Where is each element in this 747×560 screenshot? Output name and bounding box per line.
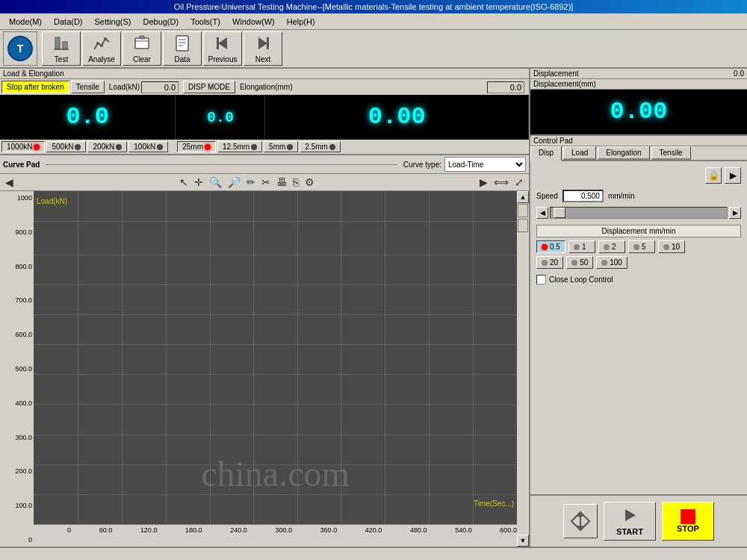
curve-type-label: Curve type: bbox=[403, 161, 441, 169]
chart-canvas-area[interactable]: Load(kN) Time(Sec...) china.com bbox=[34, 191, 517, 524]
speed-preset-1-button[interactable]: 1 bbox=[568, 240, 595, 253]
range-5mm-button[interactable]: 5mm bbox=[264, 141, 298, 152]
menu-mode[interactable]: Mode(M) bbox=[3, 16, 48, 27]
menu-tools[interactable]: Tools(T) bbox=[185, 16, 226, 27]
svg-rect-8 bbox=[135, 38, 149, 49]
menu-window[interactable]: Window(W) bbox=[226, 16, 281, 27]
range-2mm-button[interactable]: 2.5mm bbox=[300, 141, 341, 152]
slider-left-button[interactable]: ◀ bbox=[536, 207, 548, 219]
speed-5-led bbox=[633, 244, 639, 250]
chart-right-scrollbar[interactable]: ▲ ▼ bbox=[517, 191, 529, 547]
range-12mm-button[interactable]: 12.5mm bbox=[217, 141, 262, 152]
slider-right-button[interactable]: ▶ bbox=[729, 207, 741, 219]
svg-marker-23 bbox=[625, 509, 636, 521]
range-12mm-label: 12.5mm bbox=[223, 143, 249, 151]
scroll-right-button[interactable]: ▶ bbox=[477, 175, 490, 189]
settings-tool-button[interactable]: ⚙ bbox=[303, 175, 317, 189]
svg-point-5 bbox=[96, 42, 99, 45]
speed-100-led bbox=[601, 260, 607, 266]
right-panel: Displacement 0.0 Displacement(mm) 0.00 C… bbox=[530, 69, 747, 547]
scissors-tool-button[interactable]: ✂ bbox=[259, 175, 273, 189]
menu-help[interactable]: Help(H) bbox=[281, 16, 321, 27]
speed-preset-50-button[interactable]: 50 bbox=[566, 256, 593, 269]
load-section: Load & Elongation Stop after broken Tens… bbox=[0, 69, 529, 155]
zoom-out-button[interactable]: 🔎 bbox=[226, 175, 243, 189]
load-controls: Stop after broken Tensile Load(kN) 0.0 D… bbox=[0, 79, 529, 95]
toolbar-test-button[interactable]: Test bbox=[42, 31, 81, 66]
tab-load[interactable]: Load bbox=[563, 146, 596, 160]
curve-toolbar: ◀ ↖ ✛ 🔍 🔎 ✏ ✂ 🖶 ⎘ ⚙ ▶ ⟺ ⤢ bbox=[0, 174, 529, 191]
toolbar-previous-button[interactable]: Previous bbox=[203, 31, 242, 66]
svg-text:T: T bbox=[17, 43, 24, 55]
speed-preset-0.5-button[interactable]: 0.5 bbox=[536, 240, 565, 253]
zoom-fit-width-button[interactable]: ⟺ bbox=[492, 175, 511, 189]
range-200kn-button[interactable]: 200kN bbox=[87, 141, 127, 152]
chart-y-label: Load(kN) bbox=[37, 197, 67, 205]
crosshair-tool-button[interactable]: ✛ bbox=[192, 175, 205, 189]
scroll-thumb-top[interactable] bbox=[518, 204, 528, 217]
close-loop-checkbox[interactable] bbox=[536, 275, 546, 284]
speed-row: Speed mm/min bbox=[536, 190, 741, 202]
chart-y-axis: 1000 900.0 800.0 700.0 600.0 500.0 400.0… bbox=[0, 191, 34, 547]
main-content: Load & Elongation Stop after broken Tens… bbox=[0, 69, 747, 547]
print-button[interactable]: 🖶 bbox=[274, 175, 289, 189]
speed-1-led bbox=[574, 244, 580, 250]
range-1000kn-button[interactable]: 1000kN bbox=[1, 141, 45, 152]
range-25mm-button[interactable]: 25mm bbox=[177, 141, 216, 152]
tensile-button[interactable]: Tensile bbox=[71, 81, 105, 93]
tab-tensile[interactable]: Tensile bbox=[651, 146, 691, 160]
displacement-digital-display: 0.00 bbox=[530, 90, 747, 134]
speed-preset-2-button[interactable]: 2 bbox=[598, 240, 625, 253]
digital-displays: 0.0 Maximum 0.0 0.00 bbox=[0, 95, 529, 140]
speed-input[interactable] bbox=[562, 190, 604, 202]
grid-v-3 bbox=[166, 191, 167, 524]
lock-button[interactable]: 🔒 bbox=[705, 167, 722, 184]
zoom-in-button[interactable]: 🔍 bbox=[207, 175, 224, 189]
stop-after-broken-button[interactable]: Stop after broken bbox=[1, 81, 69, 93]
scroll-up-button[interactable]: ▲ bbox=[517, 191, 529, 203]
copy-button[interactable]: ⎘ bbox=[291, 175, 301, 189]
tab-disp[interactable]: Disp bbox=[530, 146, 562, 161]
speed-preset-100-button[interactable]: 100 bbox=[596, 256, 627, 269]
load-section-header: Load & Elongation bbox=[0, 69, 529, 79]
tab-elongation[interactable]: Elongation bbox=[598, 146, 649, 160]
speed-preset-5-button[interactable]: 5 bbox=[628, 240, 655, 253]
menu-debug[interactable]: Debug(D) bbox=[137, 16, 185, 27]
load-value-display: 0.0 bbox=[141, 81, 179, 93]
toolbar-data-button[interactable]: Data bbox=[163, 31, 202, 66]
svg-point-6 bbox=[100, 44, 103, 47]
disp-mode-button[interactable]: DISP MODE bbox=[183, 81, 235, 93]
range-12mm-led bbox=[251, 144, 257, 150]
range-500kn-button[interactable]: 500kN bbox=[46, 141, 86, 152]
curve-type-select[interactable]: Load-Time Load-Displacement Stress-Strai… bbox=[444, 157, 526, 172]
stop-button[interactable]: STOP bbox=[662, 502, 714, 541]
grid-h-8 bbox=[34, 435, 517, 435]
cursor-tool-button[interactable]: ↖ bbox=[177, 175, 190, 189]
range-100kn-button[interactable]: 100kN bbox=[128, 141, 168, 152]
toolbar-clear-button[interactable]: Clear bbox=[123, 31, 161, 66]
start-button[interactable]: START bbox=[604, 502, 656, 541]
scroll-left-button[interactable]: ◀ bbox=[3, 175, 16, 189]
menu-data[interactable]: Data(D) bbox=[48, 16, 89, 27]
unlock-button[interactable]: ▶ bbox=[725, 167, 741, 184]
grid-v-10 bbox=[473, 191, 474, 524]
control-pad-header: Control Pad bbox=[530, 136, 747, 146]
speed-preset-20-button[interactable]: 20 bbox=[536, 256, 563, 269]
toolbar-next-button[interactable]: Next bbox=[244, 31, 282, 66]
scroll-down-button[interactable]: ▼ bbox=[517, 535, 529, 547]
speed-slider-thumb[interactable] bbox=[554, 208, 565, 218]
range-1000kn-label: 1000kN bbox=[7, 143, 32, 151]
toolbar-analyse-button[interactable]: Analyse bbox=[82, 31, 121, 66]
disp-mm-min-label: Displacement mm/min bbox=[536, 225, 741, 237]
pencil-tool-button[interactable]: ✏ bbox=[244, 175, 258, 189]
range-buttons: 1000kN 500kN 200kN 100kN 25mm bbox=[0, 140, 529, 154]
menu-setting[interactable]: Setting(S) bbox=[89, 16, 137, 27]
grid-v-5 bbox=[253, 191, 254, 524]
direction-button[interactable] bbox=[563, 504, 598, 538]
svg-marker-15 bbox=[218, 37, 227, 49]
svg-rect-16 bbox=[217, 37, 219, 49]
speed-preset-10-button[interactable]: 10 bbox=[658, 240, 685, 253]
speed-slider-track[interactable] bbox=[550, 207, 728, 219]
zoom-fit-height-button[interactable]: ⤢ bbox=[512, 175, 526, 189]
scroll-thumb-mid[interactable] bbox=[518, 219, 528, 232]
